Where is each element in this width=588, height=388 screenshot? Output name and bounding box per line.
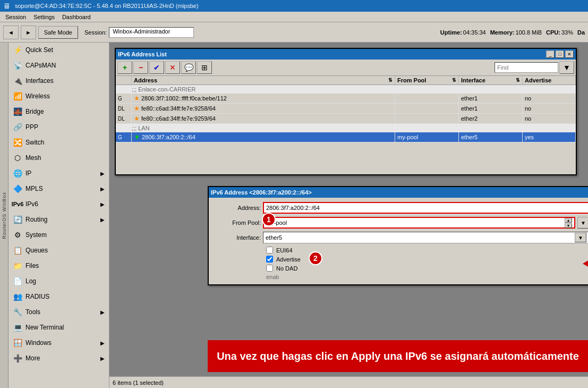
th-address[interactable]: Address ⇅	[132, 76, 395, 85]
comment-button[interactable]: 💬	[181, 61, 196, 74]
address-dialog-title: IPv6 Address <2806:3f7:a200:2::/64>	[211, 189, 312, 196]
sidebar-item-more[interactable]: ➕ More ▶	[8, 351, 109, 366]
sidebar-item-system[interactable]: ⚙ System	[8, 227, 109, 243]
sidebar-item-mesh[interactable]: ⬡ Mesh	[8, 150, 109, 166]
find-input[interactable]	[495, 62, 558, 73]
sidebar-item-wireless[interactable]: 📶 Wireless	[8, 89, 109, 104]
td-interface: ether5	[459, 132, 523, 142]
maximize-button[interactable]: □	[556, 50, 564, 58]
td-type: G	[116, 132, 132, 142]
sidebar-item-quickset[interactable]: ⚡ Quick Set	[8, 43, 109, 58]
ipv6-icon: IPv6	[13, 199, 22, 209]
add-button[interactable]: +	[117, 61, 132, 74]
menu-bar: Session Settings Dashboard	[0, 12, 588, 22]
mesh-icon: ⬡	[13, 153, 22, 163]
log-icon: 📄	[13, 276, 22, 286]
sidebar-item-label: System	[25, 231, 47, 239]
forward-button[interactable]: ►	[21, 26, 36, 39]
dropdown-button[interactable]: ▼	[559, 61, 574, 74]
filter-button[interactable]: ⊞	[197, 61, 212, 74]
td-advertise: no	[523, 94, 576, 103]
cpu-label: CPU:	[546, 29, 560, 36]
address-input[interactable]	[263, 202, 588, 214]
table-row[interactable]: DL ★ fe80::c6ad:34ff:fe7e:9259/64 ether2…	[116, 114, 576, 124]
sidebar-item-label: PPP	[25, 123, 38, 131]
ip-icon: 🌐	[13, 168, 22, 178]
pool-up-arrow[interactable]: ▲	[565, 218, 572, 223]
address-dialog-titlebar: IPv6 Address <2806:3f7:a200:2::/64> _ ✕	[209, 187, 588, 198]
sidebar-item-new-terminal[interactable]: 💻 New Terminal	[8, 320, 109, 335]
menu-session[interactable]: Session	[2, 13, 29, 21]
flag-star: ★	[134, 115, 140, 122]
table-row[interactable]: DL ★ fe80::c6ad:34ff:fe7e:9258/64 ether1…	[116, 104, 576, 114]
address-dialog: IPv6 Address <2806:3f7:a200:2::/64> _ ✕ …	[208, 186, 588, 285]
annotation-bubble-2: 2	[309, 251, 322, 265]
td-advertise: no	[523, 104, 576, 113]
no-dad-checkbox[interactable]	[266, 265, 273, 272]
disable-button[interactable]: ✕	[165, 61, 180, 74]
memory-label: Memory:	[490, 29, 515, 36]
sidebar-item-log[interactable]: 📄 Log	[8, 274, 109, 289]
no-dad-row: No DAD	[266, 265, 588, 272]
sidebar-item-ip[interactable]: 🌐 IP ▶	[8, 166, 109, 181]
sidebar-item-bridge[interactable]: 🌉 Bridge	[8, 104, 109, 120]
menu-dashboard[interactable]: Dashboard	[59, 13, 94, 21]
delete-button[interactable]: −	[133, 61, 148, 74]
more-icon: ➕	[13, 353, 22, 363]
sidebar-item-interfaces[interactable]: 🔌 Interfaces	[8, 73, 109, 89]
pool-dropdown-button[interactable]: ▼	[577, 217, 588, 229]
td-frompool: my-pool	[395, 132, 459, 142]
sidebar-item-mpls[interactable]: 🔷 MPLS ▶	[8, 181, 109, 197]
minimize-button[interactable]: _	[546, 50, 555, 58]
td-frompool	[395, 94, 459, 103]
advertise-label[interactable]: Advertise	[276, 256, 301, 263]
eui64-checkbox[interactable]	[266, 247, 273, 254]
sidebar-item-ppp[interactable]: 🔗 PPP	[8, 120, 109, 135]
menu-settings[interactable]: Settings	[30, 13, 58, 21]
table-row[interactable]: G ▼ 2806:3f7:a200:2::/64 my-pool ether5 …	[116, 132, 576, 142]
group-row: ;;; LAN	[116, 124, 576, 132]
sidebar-item-routing[interactable]: 🔄 Routing ▶	[8, 212, 109, 227]
close-button[interactable]: ✕	[565, 50, 574, 58]
sidebar-item-capsman[interactable]: 📡 CAPsMAN	[8, 58, 109, 73]
th-advertise[interactable]: Advertise	[523, 76, 576, 85]
interface-dropdown-button[interactable]: ▼	[575, 233, 586, 242]
sidebar-item-switch[interactable]: 🔀 Switch	[8, 135, 109, 150]
sidebar-item-ipv6[interactable]: IPv6 IPv6 ▶	[8, 197, 109, 212]
list-toolbar: + − ✔ ✕ 💬 ⊞ ▼	[116, 60, 576, 76]
toolbar: ◄ ► Safe Mode Session: Winbox-Administra…	[0, 22, 588, 43]
enable-button[interactable]: ✔	[149, 61, 164, 74]
sidebar-item-tools[interactable]: 🔧 Tools ▶	[8, 305, 109, 320]
list-window-titlebar: IPv6 Address List _ □ ✕	[116, 49, 576, 60]
back-button[interactable]: ◄	[3, 26, 19, 39]
td-interface: ether1	[459, 104, 523, 113]
title-bar-text: soporte@C4:AD:34:7E:92:5C - 5.48.4 on RB…	[15, 3, 199, 9]
td-advertise: no	[523, 114, 576, 123]
th-frompool[interactable]: From Pool ⇅	[395, 76, 459, 85]
sidebar-item-label: New Terminal	[25, 324, 64, 331]
advertise-checkbox[interactable]	[266, 256, 273, 263]
sidebar-item-label: MPLS	[25, 185, 43, 192]
safe-mode-button[interactable]: Safe Mode	[38, 26, 78, 39]
from-pool-select[interactable]: my-pool ▲ ▼	[263, 217, 575, 229]
interface-select[interactable]: ether5 ▼	[263, 232, 588, 243]
sidebar-item-files[interactable]: 📁 Files	[8, 258, 109, 274]
td-address: ★ fe80::c6ad:34ff:fe7e:9258/64	[132, 104, 395, 113]
th-interface[interactable]: Interface ⇅	[459, 76, 523, 85]
annotation-banner: Una vez que hagas clic en Apply una IPv6…	[208, 340, 588, 372]
sidebar-item-windows[interactable]: 🪟 Windows ▶	[8, 335, 109, 351]
td-type: G	[116, 94, 132, 103]
table-row[interactable]: G ★ 2806:3f7:1002::ffff:f0ca:bebe/112 et…	[116, 94, 576, 104]
eui64-label[interactable]: EUI64	[276, 247, 293, 254]
no-dad-label[interactable]: No DAD	[276, 265, 297, 272]
sidebar-item-radius[interactable]: 👥 RADIUS	[8, 289, 109, 305]
system-icon: ⚙	[13, 230, 22, 240]
uptime-label: Uptime:	[440, 29, 462, 36]
address-label: Address:	[213, 205, 261, 211]
interface-value: ether5	[266, 234, 282, 241]
sidebar-item-label: RADIUS	[25, 293, 49, 300]
sidebar-item-queues[interactable]: 📋 Queues	[8, 243, 109, 258]
mpls-icon: 🔷	[13, 184, 22, 193]
pool-down-arrow[interactable]: ▼	[565, 223, 572, 228]
chevron-right-icon: ▶	[100, 217, 105, 223]
